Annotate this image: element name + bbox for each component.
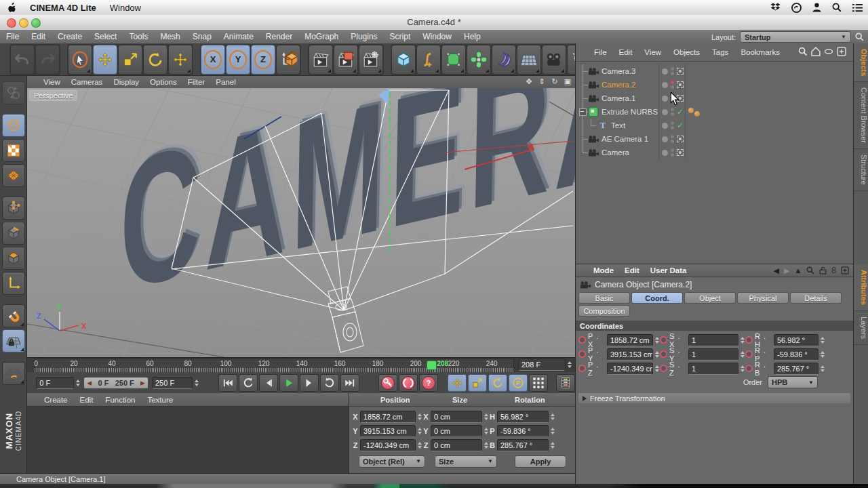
add-deformer-button[interactable] — [492, 45, 516, 75]
points-mode-button[interactable] — [2, 197, 25, 220]
eye-icon[interactable] — [824, 47, 833, 56]
layer-dot[interactable] — [662, 123, 668, 129]
move-tool-button[interactable] — [93, 45, 117, 75]
rotation-1-spinner[interactable] — [549, 425, 555, 437]
add-primitive-button[interactable] — [391, 45, 416, 75]
viewport-menu-panel[interactable]: Panel — [210, 78, 241, 86]
timeline-playhead[interactable] — [427, 361, 437, 370]
key-scale-button[interactable] — [468, 374, 487, 392]
position-0-field[interactable]: 1858.72 cm — [360, 411, 416, 423]
editor-render-dots[interactable] — [671, 108, 674, 116]
position-0-spinner[interactable] — [416, 411, 422, 423]
p1-spinner[interactable] — [654, 348, 660, 361]
keyframe-ring-icon[interactable] — [745, 350, 753, 358]
object-row-camera[interactable]: Camera — [576, 146, 853, 159]
add-camera-button[interactable] — [542, 45, 566, 75]
keyframe-ring-icon[interactable] — [578, 350, 586, 358]
current-frame-field[interactable]: 208 F — [518, 359, 566, 371]
render-settings-button[interactable] — [334, 45, 358, 75]
keyframe-ring-icon[interactable] — [660, 350, 667, 358]
zoom-icon[interactable]: ⇕ — [537, 77, 547, 86]
object-row-extrude-nurbs[interactable]: Extrude NURBS✓ — [576, 105, 853, 119]
editor-render-dots[interactable] — [671, 135, 674, 143]
keyframe-ring-icon[interactable] — [578, 336, 586, 344]
animation-palette-button[interactable] — [556, 374, 575, 392]
undo-button[interactable] — [10, 45, 35, 75]
play-backward-button[interactable] — [239, 374, 258, 392]
rotation-1-field[interactable]: -59.836 ° — [497, 425, 549, 437]
render-visibility-dot[interactable] — [671, 140, 674, 143]
coord-mode-dropdown[interactable]: Object (Rel)▼ — [359, 455, 425, 468]
menu-edit[interactable]: Edit — [25, 32, 52, 41]
keyframe-ring-icon[interactable] — [660, 365, 667, 372]
size-2-field[interactable]: 0 cm — [431, 439, 482, 451]
object-row-text[interactable]: TText✓ — [576, 119, 853, 132]
keyframe-ring-icon[interactable] — [745, 336, 753, 344]
object-row-camera-1[interactable]: Camera.1 — [576, 92, 853, 105]
freeze-transformation-header[interactable]: Freeze Transformation — [578, 393, 850, 403]
position-2-spinner[interactable] — [416, 439, 422, 451]
goto-start-button[interactable] — [218, 374, 237, 392]
menu-snap[interactable]: Snap — [186, 32, 218, 41]
last-tool-button[interactable] — [168, 45, 193, 75]
side-tab-objects[interactable]: Objects — [854, 43, 868, 82]
objects-menu-view[interactable]: View — [638, 48, 667, 56]
keyframe-ring-icon[interactable] — [745, 365, 753, 372]
keyframe-ring-icon[interactable] — [660, 336, 667, 344]
redo-button[interactable] — [35, 45, 60, 75]
coordinate-system-button[interactable] — [276, 45, 300, 75]
frame-spinner[interactable] — [566, 359, 572, 371]
menu-file[interactable]: File — [0, 32, 25, 41]
editor-visibility-dot[interactable] — [671, 67, 674, 70]
editor-visibility-dot[interactable] — [671, 148, 674, 152]
edges-mode-button[interactable] — [2, 222, 25, 245]
camera-toggle-icon[interactable] — [677, 149, 684, 156]
layer-dot[interactable] — [662, 68, 668, 75]
key-parameter-button[interactable]: P — [509, 374, 528, 392]
attributes-menu-user-data[interactable]: User Data — [645, 266, 692, 274]
tab-coord[interactable]: Coord. — [631, 292, 683, 304]
layer-dot[interactable] — [662, 109, 668, 115]
size-mode-dropdown[interactable]: Size▼ — [435, 455, 497, 468]
camera-toggle-icon[interactable] — [677, 136, 684, 142]
orbit-icon[interactable]: ↻ — [550, 77, 559, 86]
back-icon[interactable]: ◀ — [773, 266, 778, 275]
position-1-spinner[interactable] — [416, 425, 422, 437]
r1-field[interactable]: -59.836 ° — [774, 348, 818, 361]
search-commander-icon[interactable] — [855, 33, 864, 41]
side-tab-content-browser[interactable]: Content Browser — [854, 82, 868, 149]
p0-spinner[interactable] — [654, 334, 660, 346]
enabled-check-icon[interactable]: ✓ — [677, 107, 684, 117]
range-left-arrow-icon[interactable]: ◀ — [87, 380, 92, 386]
rotation-0-spinner[interactable] — [549, 411, 555, 423]
search-icon[interactable] — [832, 3, 842, 12]
editor-render-dots[interactable] — [671, 148, 674, 157]
objects-menu-file[interactable]: File — [588, 48, 613, 56]
axis-mode-button[interactable] — [2, 272, 25, 295]
perspective-viewport[interactable]: CAMERA CAMERA CAMERA — [27, 88, 575, 357]
editor-visibility-dot[interactable] — [671, 81, 674, 84]
materials-menu-edit[interactable]: Edit — [74, 396, 100, 404]
search-icon[interactable] — [806, 266, 814, 274]
s0-spinner[interactable] — [739, 334, 745, 346]
r0-spinner[interactable] — [819, 334, 825, 346]
maximize-view-icon[interactable]: ▣ — [563, 77, 572, 86]
creative-cloud-icon[interactable] — [791, 3, 802, 13]
tab-basic[interactable]: Basic — [578, 292, 630, 304]
scale-tool-button[interactable] — [118, 45, 142, 75]
live-selection-button[interactable] — [68, 45, 92, 75]
menu-tools[interactable]: Tools — [123, 32, 154, 41]
render-visibility-dot[interactable] — [671, 126, 674, 129]
objects-menu-objects[interactable]: Objects — [667, 48, 706, 56]
viewport-menu-display[interactable]: Display — [108, 78, 144, 86]
tag-icon[interactable] — [688, 108, 694, 113]
s1-field[interactable]: 1 — [688, 348, 738, 361]
panel-grip[interactable] — [28, 396, 37, 404]
goto-end-button[interactable] — [340, 374, 359, 392]
menu-mograph[interactable]: MoGraph — [298, 32, 344, 41]
lock-z-axis-button[interactable]: Z — [251, 45, 275, 75]
range-right-arrow-icon[interactable]: ▶ — [140, 380, 145, 386]
object-row-ae-camera-1[interactable]: AE Camera 1 — [576, 132, 853, 146]
menu-animate[interactable]: Animate — [218, 32, 260, 41]
lock-icon[interactable] — [819, 266, 827, 274]
